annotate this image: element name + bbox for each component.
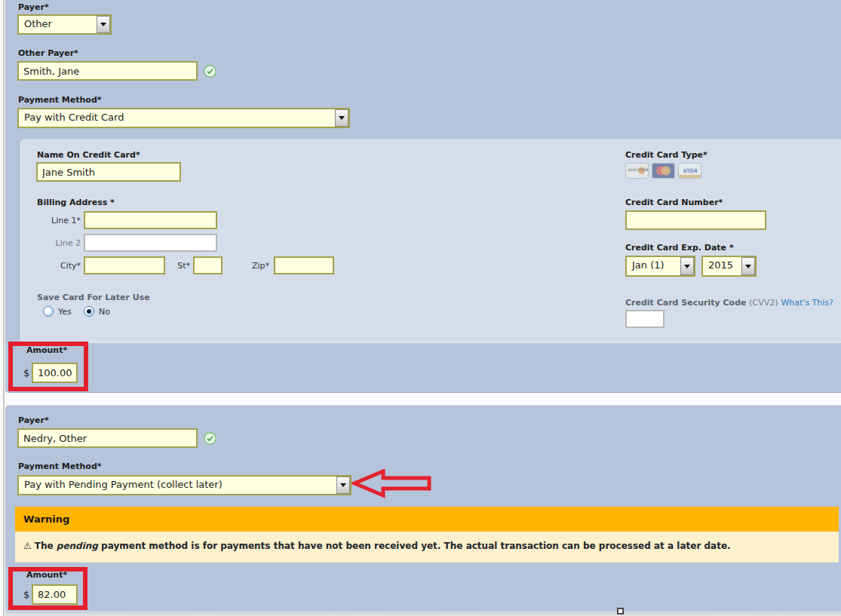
chevron-down-icon xyxy=(745,265,751,268)
st-label: St* xyxy=(167,261,190,271)
resize-handle[interactable] xyxy=(617,608,624,614)
chevron-down-icon xyxy=(684,265,690,268)
save-card-yes-radio[interactable] xyxy=(43,306,54,317)
warning-message: ⚠The pending payment method is for payme… xyxy=(15,532,839,562)
amount-input-1[interactable] xyxy=(32,363,78,383)
cvv-label: Credit Card Security Code (CVV2) What's … xyxy=(625,298,833,308)
other-payer-input[interactable] xyxy=(17,61,198,81)
dropdown-arrow-button[interactable] xyxy=(97,16,110,33)
payment-section-1: Payer* Other Other Payer* Payment Method… xyxy=(5,0,841,393)
dropdown-arrow-button[interactable] xyxy=(741,257,755,275)
city-label: City* xyxy=(37,261,81,271)
name-on-card-label: Name On Credit Card* xyxy=(37,150,140,160)
section-bottom-edge xyxy=(5,611,841,616)
cvv-input[interactable] xyxy=(625,310,665,328)
line1-label: Line 1* xyxy=(37,216,81,225)
amount-input-2[interactable] xyxy=(32,584,78,605)
zip-input[interactable] xyxy=(274,256,334,274)
payer-label-2: Payer* xyxy=(18,415,49,425)
left-edge-divider xyxy=(3,0,5,616)
dropdown-arrow-button[interactable] xyxy=(336,477,350,494)
payment-method-dropdown[interactable]: Pay with Credit Card xyxy=(17,108,350,128)
dropdown-arrow-button[interactable] xyxy=(680,257,694,275)
line2-input[interactable] xyxy=(84,234,217,252)
amount-label-1: Amount* xyxy=(26,345,67,355)
line1-input[interactable] xyxy=(84,211,217,229)
save-card-yes-label: Yes xyxy=(58,307,72,317)
zip-label: Zip* xyxy=(247,261,269,271)
cvv-label-text: Credit Card Security Code xyxy=(625,298,746,308)
warning-text-prefix: The xyxy=(35,541,57,551)
line2-label: Line 2 xyxy=(37,238,81,248)
chevron-down-icon xyxy=(339,116,345,120)
payer-input-2[interactable] xyxy=(17,428,198,448)
save-card-no-radio[interactable] xyxy=(84,306,94,317)
card-type-label: Credit Card Type* xyxy=(625,150,707,160)
payment-form-page: Payer* Other Other Payer* Payment Method… xyxy=(0,0,841,616)
dollar-sign: $ xyxy=(23,589,29,600)
payment-method-dropdown-2[interactable]: Pay with Pending Payment (collect later) xyxy=(17,475,351,495)
valid-check-icon xyxy=(204,432,216,445)
payment-method-label: Payment Method* xyxy=(18,95,102,105)
payment-method-label-2: Payment Method* xyxy=(18,461,102,471)
amount-label-2: Amount* xyxy=(26,570,67,580)
payment-method-dropdown-2-value: Pay with Pending Payment (collect later) xyxy=(19,477,336,494)
other-payer-label: Other Payer* xyxy=(18,48,78,58)
discover-card-icon: DISCOVER xyxy=(625,163,649,179)
card-type-icons: DISCOVER VISA xyxy=(625,163,701,179)
exp-year-dropdown[interactable]: 2015 xyxy=(701,256,757,277)
warning-text-suffix: payment method is for payments that have… xyxy=(98,541,731,551)
chevron-down-icon xyxy=(340,483,346,487)
st-input[interactable] xyxy=(193,256,223,274)
exp-month-value: Jan (1) xyxy=(627,257,680,275)
payer-dropdown[interactable]: Other xyxy=(17,14,112,35)
exp-year-value: 2015 xyxy=(703,257,741,275)
save-card-label: Save Card For Later Use xyxy=(37,293,150,302)
exp-date-label: Credit Card Exp. Date * xyxy=(625,243,734,253)
chevron-down-icon xyxy=(100,23,106,26)
billing-address-label: Billing Address * xyxy=(37,198,115,207)
warning-text-italic: pending xyxy=(57,541,98,551)
card-number-label: Credit Card Number* xyxy=(625,198,723,207)
dropdown-arrow-button[interactable] xyxy=(335,109,348,127)
valid-check-icon xyxy=(204,65,216,78)
whats-this-link[interactable]: What's This? xyxy=(781,298,833,308)
city-input[interactable] xyxy=(84,256,165,274)
mastercard-card-icon xyxy=(652,163,675,179)
save-card-no-label: No xyxy=(99,307,110,317)
payer-label: Payer* xyxy=(18,2,49,12)
warning-title: Warning xyxy=(23,513,69,525)
card-number-input[interactable] xyxy=(625,210,766,230)
name-on-card-input[interactable] xyxy=(36,162,181,182)
svg-text:VISA: VISA xyxy=(683,167,698,174)
cvv-suffix-text: (CVV2) xyxy=(749,298,778,308)
svg-text:DISCOVER: DISCOVER xyxy=(628,168,648,172)
warning-icon: ⚠ xyxy=(23,541,32,551)
payer-dropdown-value: Other xyxy=(19,16,97,33)
exp-month-dropdown[interactable]: Jan (1) xyxy=(625,256,695,277)
visa-card-icon: VISA xyxy=(678,163,701,179)
payment-method-dropdown-value: Pay with Credit Card xyxy=(19,109,335,127)
dollar-sign: $ xyxy=(23,367,29,378)
warning-header: Warning xyxy=(15,507,839,532)
